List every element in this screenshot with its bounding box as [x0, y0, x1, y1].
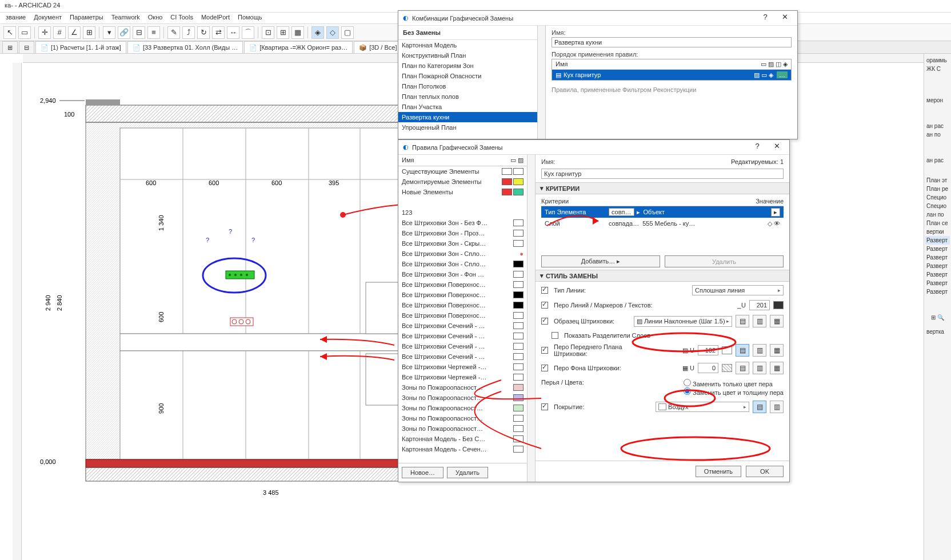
crit-value[interactable]: Объект: [644, 209, 665, 215]
rule-item[interactable]: [398, 197, 527, 207]
fg-pen-input[interactable]: [698, 345, 718, 355]
tool-view2-icon[interactable]: ◇: [326, 26, 339, 39]
help-icon[interactable]: ?: [757, 13, 773, 24]
combination-item[interactable]: План теплых полов: [398, 91, 537, 102]
show-separators-checkbox[interactable]: [552, 332, 558, 339]
combination-name-input[interactable]: [552, 37, 792, 47]
tool-cursor-icon[interactable]: ↖: [3, 26, 16, 39]
tool-angle-icon[interactable]: ∠: [68, 26, 81, 39]
scrollbar[interactable]: [528, 155, 536, 482]
menu-item[interactable]: Teamwork: [108, 13, 143, 23]
tool-pipette-icon[interactable]: ✎: [167, 26, 180, 39]
tool-group1-icon[interactable]: ⊡: [262, 26, 274, 39]
fg-pen-checkbox[interactable]: [541, 347, 548, 354]
menu-item[interactable]: Документ: [30, 13, 65, 23]
criteria-row[interactable]: Тип Элемента совп… ▸ Объект ▸: [541, 206, 784, 218]
combination-item[interactable]: Упрощенный План: [398, 122, 537, 133]
document-tab[interactable]: 📦[3D / Все]: [354, 41, 402, 53]
line-type-dropdown[interactable]: Сплошная линия▸: [692, 285, 784, 295]
strip-item[interactable]: План ре: [925, 185, 950, 193]
rule-name-input[interactable]: [541, 169, 784, 179]
rule-item[interactable]: Все Штриховки Сечений - …: [398, 321, 527, 331]
style-header[interactable]: ▾СТИЛЬ ЗАМЕНЫ: [536, 270, 789, 282]
menu-item[interactable]: Окно: [145, 13, 166, 23]
strip-item[interactable]: вертки: [925, 227, 950, 236]
pen-color-swatch[interactable]: [773, 301, 784, 309]
rule-item[interactable]: Демонтируемые Элементы: [398, 177, 527, 187]
rule-item[interactable]: Все Штриховки Поверхнос…: [398, 300, 527, 310]
help-icon[interactable]: ?: [749, 142, 765, 153]
rule-item[interactable]: Все Штриховки Сечений - …: [398, 341, 527, 351]
fg-opt1-icon[interactable]: ▤: [736, 344, 749, 357]
strip-item[interactable]: вертка: [925, 327, 950, 336]
strip-item[interactable]: Разверт: [925, 245, 950, 253]
bg-opt1-icon[interactable]: ▤: [736, 362, 749, 374]
combination-item[interactable]: Картонная Модель: [398, 40, 537, 50]
combination-item[interactable]: План Пожарной Опасности: [398, 71, 537, 81]
dialog-titlebar[interactable]: ◐ Комбинации Графической Замены ? ✕: [398, 11, 797, 26]
rule-item[interactable]: Все Штриховки Сечений - …: [398, 331, 527, 341]
rule-item[interactable]: Все Штриховки Зон - Проз…: [398, 228, 527, 238]
rule-item[interactable]: Все Штриховки Зон - Спло…: [398, 259, 527, 269]
close-icon[interactable]: ✕: [769, 142, 785, 153]
tool-snap-icon[interactable]: ⊞: [83, 26, 95, 39]
rule-item[interactable]: Новые Элементы: [398, 187, 527, 197]
cov-opt1-icon[interactable]: ▤: [753, 401, 766, 413]
tool-view3-icon[interactable]: ▢: [341, 26, 354, 39]
bg-pen-checkbox[interactable]: [541, 365, 548, 371]
criteria-row[interactable]: Слой совпада… 555 Мебель - ку… ◇ 👁: [541, 218, 784, 229]
tab-list-icon[interactable]: ⊟: [19, 41, 34, 53]
strip-item[interactable]: Разверт: [925, 270, 950, 279]
no-override-item[interactable]: Без Замены: [398, 26, 537, 40]
strip-item[interactable]: ан рас: [925, 122, 950, 130]
fill-pattern-dropdown[interactable]: ▨ Линии Наклонные (Шаг 1.5)▸: [634, 316, 732, 327]
menu-item[interactable]: Помощь: [234, 13, 266, 23]
menu-item[interactable]: ModelPort: [198, 13, 233, 23]
strip-item[interactable]: Разверт: [925, 287, 950, 296]
rule-item[interactable]: Существующие Элементы: [398, 166, 527, 177]
document-tab[interactable]: 📄[1) Расчеты [1. 1-й этаж]: [35, 41, 126, 53]
tool-align-icon[interactable]: ⊟: [133, 26, 145, 39]
delete-rule-button[interactable]: Удалить: [447, 467, 488, 478]
tool-link-icon[interactable]: 🔗: [118, 26, 130, 39]
cov-opt2-icon[interactable]: ▥: [770, 401, 784, 413]
fill-opt2-icon[interactable]: ▥: [753, 315, 766, 327]
tool-group3-icon[interactable]: ▦: [291, 26, 304, 39]
rule-item[interactable]: Зоны по Пожароопасност…: [398, 393, 527, 403]
strip-item[interactable]: ЖК С: [925, 65, 950, 73]
rule-item[interactable]: Все Штриховки Зон - Фон К…: [398, 269, 527, 279]
strip-item[interactable]: ан по: [925, 130, 950, 139]
strip-item[interactable]: Разверт: [925, 236, 950, 245]
dialog-titlebar[interactable]: ◐ Правила Графической Замены ? ✕: [398, 140, 789, 155]
tool-offset-icon[interactable]: ⤴: [182, 26, 195, 39]
rule-more-icon[interactable]: …: [777, 71, 788, 78]
tool-rotate-icon[interactable]: ↻: [197, 26, 210, 39]
strip-item[interactable]: Разверт: [925, 279, 950, 287]
tool-stretch-icon[interactable]: ↔: [227, 26, 239, 39]
bg-opt3-icon[interactable]: ▦: [770, 362, 784, 374]
combination-item[interactable]: Конструктивный План: [398, 50, 537, 61]
fg-pen-swatch[interactable]: [722, 346, 732, 354]
strip-item[interactable]: Разверт: [925, 262, 950, 270]
rule-item[interactable]: Все Штриховки Чертежей -…: [398, 372, 527, 382]
tool-group2-icon[interactable]: ⊞: [277, 26, 289, 39]
crit-value[interactable]: 555 Мебель - ку…: [642, 220, 695, 227]
rule-item[interactable]: Все Штриховки Поверхнос…: [398, 290, 527, 300]
fill-opt3-icon[interactable]: ▦: [770, 315, 784, 327]
rule-item[interactable]: Все Штриховки Зон - Без Ф…: [398, 218, 527, 228]
strip-item[interactable]: лан по: [925, 210, 950, 219]
rule-item[interactable]: Зоны по Пожароопасност…: [398, 382, 527, 393]
new-rule-button[interactable]: Новое…: [402, 467, 443, 478]
rule-item[interactable]: Зоны по Пожароопасност…: [398, 403, 527, 413]
tab-grid-icon[interactable]: ⊞: [2, 41, 18, 53]
cancel-button[interactable]: Отменить: [696, 466, 741, 477]
menu-item[interactable]: звание: [2, 13, 29, 23]
strip-item[interactable]: ан рас: [925, 156, 950, 165]
criteria-header[interactable]: ▾КРИТЕРИИ: [536, 182, 789, 194]
rule-item[interactable]: Все Штриховки Зон - Спло…●: [398, 249, 527, 259]
rule-item[interactable]: Все Штриховки Поверхнос…: [398, 310, 527, 321]
rules-list[interactable]: Существующие ЭлементыДемонтируемые Элеме…: [398, 166, 527, 463]
combination-item[interactable]: План Участка: [398, 102, 537, 112]
crit-op[interactable]: совп…: [609, 208, 634, 216]
coverage-checkbox[interactable]: [541, 403, 548, 410]
